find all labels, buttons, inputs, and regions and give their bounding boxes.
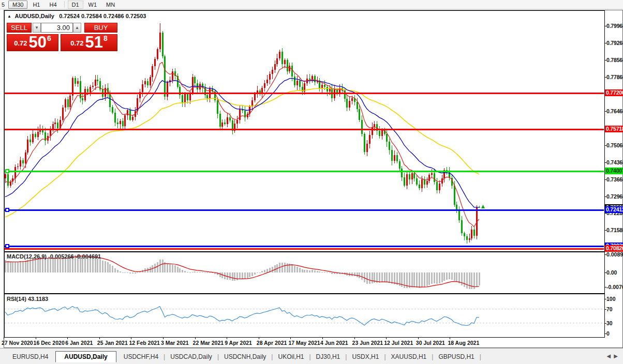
volume-increase-button[interactable]: ▲ [73,23,81,33]
date-tick-label: 17 May 2021 [288,340,320,346]
buy-button[interactable]: BUY [84,23,117,33]
rsi-label: RSI(14) 43.1183 [7,296,48,302]
tab-separator: | [480,353,481,360]
symbol-name: AUDUSD,Daily [15,13,54,19]
chart-tab-dj30-h1[interactable]: DJ30,H1 [311,352,346,362]
date-tick-label: 22 Mar 2021 [193,340,224,346]
rsi-scale-label: 0 [606,330,610,337]
price-tick-label: 0.73660 [606,176,623,183]
chart-tab-eurusd-h4[interactable]: EURUSD,H4 [7,352,53,362]
line-handle[interactable] [6,245,9,248]
tab-scroll-left-icon[interactable]: ◀ [607,353,614,359]
date-tick-label: 12 Jul 2021 [384,340,413,346]
price-tick-label: 0.74360 [606,159,623,165]
date-tick-label: 6 Jan 2021 [65,340,93,346]
date-tick-label: 3 Mar 2021 [161,340,189,346]
chart-canvas[interactable] [0,0,623,364]
sell-price-panel[interactable]: 0.72 50 6 [7,34,58,51]
price-tick-label: 0.78560 [606,57,623,63]
price-tick-label: 0.72960 [606,193,623,200]
date-tick-label: 27 Nov 2020 [2,340,33,346]
price-tick-label: 0.75060 [606,142,623,148]
trading-platform-window: 5M30H1H4D1W1MN ▲ AUDUSD,Daily 0.72524 0.… [0,0,623,364]
rsi-pane [5,294,605,338]
ohlc-values: 0.72524 0.72584 0.72486 0.72503 [59,13,146,19]
date-tick-label: 16 Dec 2020 [34,340,65,346]
price-tick-label: 0.76460 [606,108,623,114]
macd-scale-label: 0.00890 [606,251,623,257]
macd-scale-label: -0.00701 [606,284,623,290]
collapse-triangle-icon[interactable]: ▲ [7,14,11,19]
macd-label: MACD(12,26,9) -0.005266 -0.004691 [7,253,101,260]
chart-tab-gbpusd-h1[interactable]: GBPUSD,H1 [433,352,479,362]
volume-input[interactable]: 3.00 [41,23,73,33]
date-tick-label: 4 Jun 2021 [320,340,348,346]
date-tick-label: 9 Apr 2021 [225,340,252,346]
date-tick-label: 18 Aug 2021 [448,340,479,346]
chart-tab-audusd-daily[interactable]: AUDUSD,Daily [55,351,116,362]
macd-scale-label: 0.00 [606,269,617,276]
line-handle[interactable] [6,170,9,173]
date-tick-label: 23 Jun 2021 [352,340,383,346]
hline-price-label: 0.75718 [605,126,623,132]
chart-tab-xauusd-h1[interactable]: XAUUSD,H1 [386,352,432,362]
date-tick-label: 30 Jul 2021 [416,340,445,346]
price-tick-label: 0.71580 [606,227,623,233]
buy-price-panel[interactable]: 0.72 51 8 [61,34,117,51]
line-handle[interactable] [6,208,9,211]
date-tick-label: 28 Apr 2021 [257,340,287,346]
hline-price-label: 0.72411 [605,206,623,213]
hline-price-label: 0.70820 [605,245,623,252]
triangle-up-icon: ▲ [75,25,79,30]
price-tick-label: 0.79260 [606,40,623,46]
sell-button[interactable]: SELL [7,23,32,33]
hline-price-label: 0.77200 [605,89,623,96]
chart-tab-ukoil-h1[interactable]: UKOil,H1 [273,352,309,362]
date-tick-label: 25 Jan 2021 [97,340,128,346]
hline-price-label: 0.74007 [605,168,623,174]
chart-symbol-header: ▲ AUDUSD,Daily 0.72524 0.72584 0.72486 0… [7,13,146,19]
chart-tab-usdchf-h4[interactable]: USDCHF,H4 [118,352,164,362]
tab-scroll-right-icon[interactable]: ▶ [614,353,621,359]
price-tick-label: 0.79960 [606,23,623,29]
rsi-scale-label: 100 [606,296,616,302]
rsi-scale-label: 30 [606,320,613,326]
chart-tab-usdcad-daily[interactable]: USDCAD,Daily [165,352,217,362]
date-tick-label: 12 Feb 2021 [129,340,160,346]
price-tick-label: 0.77860 [606,74,623,80]
triangle-down-icon: ▼ [35,25,39,30]
chart-tab-usdcnh-daily[interactable]: USDCNH,Daily [219,352,271,362]
chart-tab-bar: EURUSD,H4AUDUSD,DailyUSDCHF,H4|USDCAD,Da… [0,348,623,364]
volume-decrease-button[interactable]: ▼ [33,23,41,33]
chart-tab-usdx-h1[interactable]: USDX,H1 [347,352,384,362]
rsi-scale-label: 70 [606,306,613,312]
